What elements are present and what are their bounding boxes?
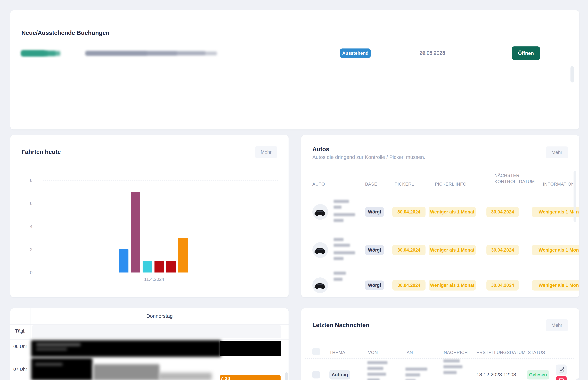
car-icon	[314, 244, 327, 257]
y-tick: 0	[17, 270, 33, 275]
base-badge: Wörgl	[365, 245, 384, 255]
car-name-redacted	[334, 238, 343, 241]
y-tick: 6	[17, 201, 33, 206]
car-name-redacted	[334, 206, 341, 209]
time-column-divider	[30, 308, 30, 380]
auto-row[interactable]: Wörgl 30.04.2024 Weniger als 1 Monat 30.…	[301, 231, 579, 268]
an-redacted	[405, 373, 420, 377]
booking-description-redacted	[86, 52, 177, 55]
col-next-check: NÄCHSTER KONTROLLDATUM	[494, 172, 539, 185]
x-axis-label: 11.4.2024	[117, 277, 191, 282]
calendar-event-redacted[interactable]	[159, 373, 212, 380]
status-read-badge: Gelesen	[527, 370, 549, 380]
pickerl-badge: 30.04.2024	[392, 245, 426, 255]
delete-button[interactable]	[556, 376, 567, 380]
bar-3	[154, 261, 164, 272]
booking-row[interactable]: Ausstehend 10.08.2023 Öffnen	[10, 43, 579, 63]
row-checkbox[interactable]	[312, 371, 320, 379]
gridline	[43, 273, 278, 273]
bar-0	[119, 249, 129, 272]
y-tick: 4	[17, 224, 33, 229]
pencil-icon	[558, 367, 564, 373]
y-tick: 8	[17, 178, 33, 183]
car-name-redacted	[334, 278, 342, 281]
von-redacted	[367, 361, 387, 364]
an-redacted	[405, 379, 416, 380]
bar-4	[166, 261, 176, 272]
calendar-event-redacted[interactable]	[31, 340, 221, 357]
nachricht-redacted	[443, 371, 457, 374]
next-check-badge: 30.04.2024	[486, 280, 519, 290]
pickerl-badge: 30.04.2024	[392, 207, 426, 217]
event-time: 7:30	[220, 376, 230, 380]
vertical-scrollbar[interactable]	[570, 66, 574, 82]
col-base: BASE	[365, 182, 377, 187]
col-pickerl: PICKERL	[395, 182, 414, 187]
created-date: 18.12.2023 12:03	[476, 372, 516, 378]
slot-label-daily: Tägl.	[10, 328, 30, 334]
calendar-panel: Donnerstag Tägl. 06 Uhr 07 Uhr 7:30	[10, 308, 289, 380]
autos-panel: Autos Autos die dringend zur Kontrolle /…	[301, 135, 579, 297]
calendar-event[interactable]	[220, 341, 281, 356]
bar-5	[178, 238, 188, 272]
booking-id-redacted	[22, 51, 60, 56]
slot-label-06: 06 Uhr	[10, 344, 30, 349]
information-badge: Weniger als 1 Monat	[532, 207, 579, 217]
von-redacted	[367, 379, 379, 380]
bar-1	[131, 192, 140, 272]
autos-more-button[interactable]: Mehr	[546, 147, 568, 158]
calendar-day-header: Donnerstag	[30, 313, 289, 319]
all-day-band	[32, 325, 281, 338]
col-thema: THEMA	[329, 350, 345, 355]
trips-today-panel: Fahrten heute Mehr 8 6 4 2 0 11.4.2024	[10, 135, 289, 297]
col-status: STATUS	[528, 350, 545, 355]
nachricht-redacted	[443, 365, 462, 368]
pickerl-info-badge: Weniger als 1 Monat	[429, 245, 476, 255]
messages-title: Letzten Nachrichten	[312, 322, 369, 328]
an-redacted	[405, 368, 427, 371]
car-avatar	[312, 242, 328, 258]
bookings-title: Neue/Ausstehende Buchungen	[21, 29, 109, 36]
trips-more-button[interactable]: Mehr	[255, 146, 277, 158]
col-nachricht: NACHRICHT	[444, 350, 471, 355]
car-icon	[314, 279, 327, 292]
calendar-scrollbar[interactable]	[285, 372, 288, 380]
grid-line	[10, 324, 288, 324]
base-badge: Wörgl	[365, 281, 384, 290]
open-button[interactable]: Öffnen	[512, 47, 540, 60]
status-badge: Ausstehend	[340, 49, 371, 58]
car-name-redacted	[334, 257, 343, 260]
corner-decoration-circle	[567, 374, 579, 380]
auto-row[interactable]: Wörgl 30.04.2024 Weniger als 1 Monat 30.…	[301, 268, 579, 297]
messages-more-button[interactable]: Mehr	[546, 319, 568, 331]
thema-chip: Auftrag	[329, 370, 350, 380]
information-badge: Weniger als 1 Monat	[532, 245, 579, 255]
header-separator	[305, 358, 573, 359]
delete-icon	[559, 379, 564, 380]
latest-messages-panel: Letzten Nachrichten Mehr THEMA VON AN NA…	[301, 308, 579, 380]
calendar-event-orange[interactable]: 7:30	[220, 375, 281, 380]
autos-scrollbar[interactable]	[573, 171, 576, 222]
col-von: VON	[368, 350, 378, 355]
autos-title: Autos	[312, 146, 329, 152]
edit-button[interactable]	[556, 364, 567, 375]
von-redacted	[367, 367, 383, 370]
pending-bookings-panel: Neue/Ausstehende Buchungen Ausstehend 27…	[10, 10, 579, 130]
car-name-redacted	[334, 219, 343, 222]
col-an: AN	[407, 350, 413, 355]
y-tick: 2	[17, 247, 33, 252]
col-auto: AUTO	[312, 182, 325, 187]
bar-2	[143, 261, 152, 272]
pickerl-badge: 30.04.2024	[392, 280, 426, 290]
car-name-redacted	[334, 244, 350, 247]
nachricht-redacted	[443, 360, 460, 362]
select-all-checkbox[interactable]	[312, 348, 320, 355]
calendar-event-redacted[interactable]	[31, 358, 92, 380]
calendar-event-redacted[interactable]	[94, 364, 159, 380]
booking-date: 10.08.2023	[410, 50, 455, 56]
auto-row[interactable]: Wörgl 30.04.2024 Weniger als 1 Monat 30.…	[301, 193, 579, 231]
car-name-redacted	[334, 251, 355, 254]
information-badge: Weniger als 1 Monat	[532, 280, 579, 290]
car-icon	[314, 206, 327, 218]
car-name-redacted	[334, 200, 349, 203]
